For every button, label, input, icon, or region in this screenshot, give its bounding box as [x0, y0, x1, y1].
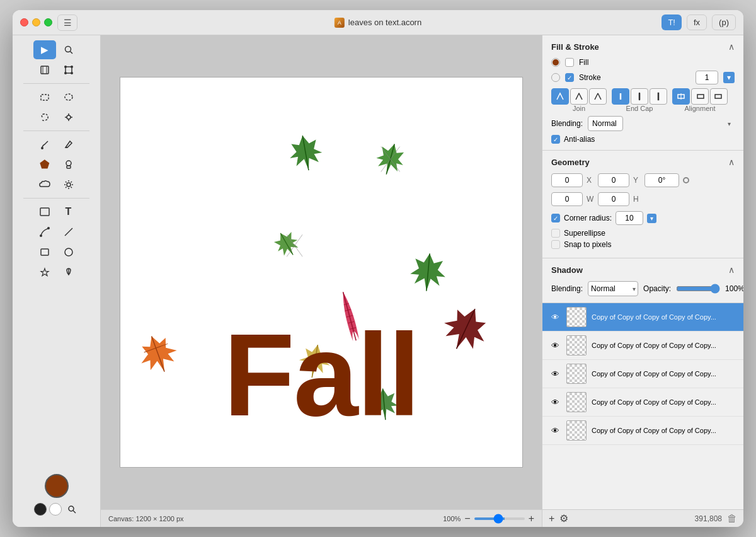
fill-radio[interactable] [551, 58, 560, 67]
pen-bezier-button[interactable] [33, 222, 56, 241]
shadow-opacity-slider[interactable] [676, 284, 720, 294]
ellipse-select-button[interactable] [57, 88, 80, 107]
layer-item[interactable]: 👁 Copy of Copy of Copy of Copy of Copy..… [542, 332, 743, 360]
rect-tool-button[interactable] [33, 202, 56, 221]
crop-tool-button[interactable] [33, 61, 56, 79]
shadow-header: Shadow ∧ [551, 265, 735, 275]
circle-tool-button[interactable] [57, 243, 80, 262]
layer-item[interactable]: 👁 Copy of Copy of Copy of Copy of Copy..… [542, 303, 743, 332]
align-btn-1[interactable] [672, 88, 690, 105]
layer-eye-icon[interactable]: 👁 [549, 396, 561, 408]
magic-wand-button[interactable] [57, 108, 80, 127]
stroke-row: Stroke ▾ [551, 71, 735, 84]
rect-select-button[interactable] [33, 88, 56, 107]
color-row [34, 502, 79, 517]
black-color-swatch[interactable] [34, 503, 47, 516]
join-btn-1[interactable] [551, 88, 569, 105]
stroke-stepper-button[interactable]: ▾ [723, 72, 735, 83]
zoom-out-button[interactable]: − [464, 514, 470, 524]
svg-rect-34 [41, 249, 49, 255]
superellipse-label: Superellipse [564, 229, 605, 238]
svg-line-37 [73, 511, 76, 513]
layer-item[interactable]: 👁 Copy of Copy of Copy of Copy of Copy..… [542, 360, 743, 388]
layer-thumbnail [566, 420, 587, 441]
layer-item[interactable]: 👁 Copy of Copy of Copy of Copy of Copy..… [542, 388, 743, 417]
text-tool-button[interactable]: T [57, 202, 80, 221]
maximize-button[interactable] [44, 18, 52, 26]
main-content: ▶ [13, 35, 743, 527]
corner-radius-checkbox[interactable] [551, 214, 560, 222]
pin-tool-button[interactable] [57, 263, 80, 282]
join-btn-3[interactable] [589, 88, 607, 105]
file-icon: A [335, 18, 345, 28]
layer-item[interactable]: 👁 Copy of Copy of Copy of Copy of Copy..… [542, 417, 743, 445]
minimize-button[interactable] [32, 18, 40, 26]
white-color-swatch[interactable] [49, 503, 62, 516]
endcap-btn-2[interactable] [631, 88, 648, 105]
rect-stroke-button[interactable] [33, 243, 56, 262]
canvas-size-label: Canvas: 1200 × 1200 px [108, 515, 184, 523]
transform-tool-button[interactable] [57, 61, 80, 79]
star-tool-button[interactable] [33, 263, 56, 282]
layer-eye-icon[interactable]: 👁 [549, 367, 561, 380]
titlebar: ☰ A leaves on text.acorn T! fx (p) [13, 10, 743, 35]
zoom-slider[interactable] [474, 517, 525, 520]
endcap-label: End Cap [612, 105, 667, 112]
y-input[interactable] [598, 173, 629, 187]
rotation-input[interactable] [644, 173, 679, 187]
layer-eye-icon[interactable]: 👁 [549, 311, 561, 323]
align-btn-3[interactable] [710, 88, 728, 105]
zoom-in-button[interactable]: + [529, 514, 534, 524]
geo-wh-row: W H [551, 192, 735, 206]
select-tool-button[interactable]: ▶ [33, 40, 56, 59]
corner-radius-stepper[interactable]: ▾ [647, 214, 656, 223]
lasso-tool-button[interactable] [33, 108, 56, 127]
shadow-collapse[interactable]: ∧ [728, 265, 735, 275]
h-input[interactable] [598, 192, 629, 206]
fill-checkbox[interactable] [565, 58, 574, 67]
foreground-color[interactable] [45, 474, 69, 498]
sun-button[interactable] [57, 175, 80, 194]
blending-select[interactable]: Normal Multiply Screen Overlay [588, 116, 623, 131]
close-button[interactable] [20, 18, 28, 26]
canvas[interactable]: Fall [120, 77, 523, 468]
tool-row-5 [33, 135, 80, 154]
line-tool-button[interactable] [57, 222, 80, 241]
endcap-btn-3[interactable] [650, 88, 667, 105]
add-layer-button[interactable]: + [549, 513, 554, 524]
paint-brush-button[interactable] [33, 135, 56, 154]
geo-xy-row: X Y [551, 173, 735, 187]
x-input[interactable] [551, 173, 583, 187]
endcap-btn-1[interactable] [612, 88, 629, 105]
stroke-width-input[interactable] [696, 71, 718, 84]
antialias-label: Anti-alias [564, 135, 595, 144]
svg-point-21 [67, 183, 71, 187]
layer-eye-icon[interactable]: 👁 [549, 339, 561, 352]
p-button[interactable]: (p) [712, 14, 736, 30]
align-btn-2[interactable] [691, 88, 709, 105]
stamp-button[interactable] [57, 155, 80, 174]
stroke-radio[interactable] [551, 73, 560, 82]
fx-button[interactable]: fx [687, 14, 707, 30]
layer-settings-button[interactable]: ⚙ [559, 512, 568, 524]
corner-radius-label: Corner radius: [564, 214, 612, 222]
tools-panel-button[interactable]: T! [662, 14, 682, 30]
delete-layer-button[interactable]: 🗑 [727, 513, 737, 524]
antialias-checkbox[interactable] [551, 135, 560, 144]
zoom-tool-button[interactable] [57, 40, 80, 59]
svg-point-8 [64, 72, 67, 74]
fill-bucket-button[interactable]: ⬟ [33, 155, 56, 174]
cloud-shape-button[interactable] [33, 175, 56, 194]
svg-point-7 [71, 66, 73, 68]
corner-radius-input[interactable] [616, 211, 643, 225]
geometry-collapse[interactable]: ∧ [728, 157, 735, 167]
sidebar-toggle-button[interactable]: ☰ [57, 14, 77, 31]
stroke-checkbox[interactable] [565, 73, 574, 82]
w-input[interactable] [551, 192, 583, 206]
shadow-blending-select[interactable]: Normal Multiply [588, 281, 638, 296]
layer-eye-icon[interactable]: 👁 [549, 424, 561, 437]
zoom-color-button[interactable] [64, 502, 79, 517]
pencil-button[interactable] [57, 135, 80, 154]
join-btn-2[interactable] [570, 88, 588, 105]
fill-stroke-collapse[interactable]: ∧ [728, 42, 735, 52]
